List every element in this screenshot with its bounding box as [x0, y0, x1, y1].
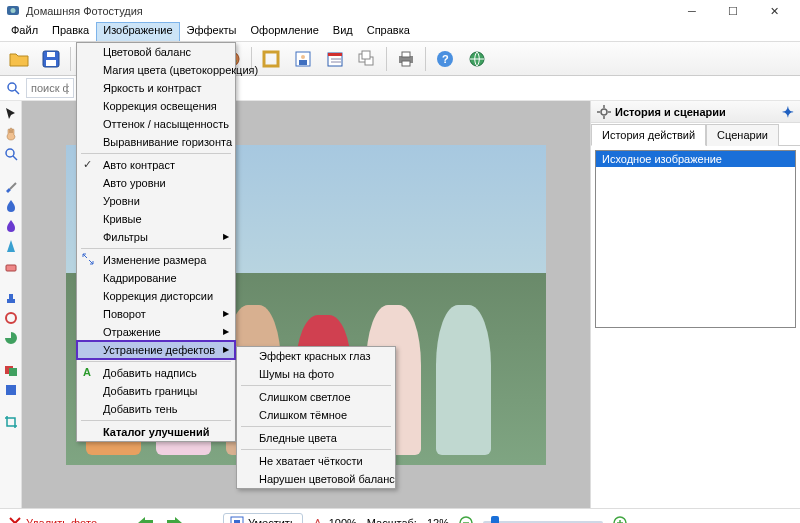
submenu-item[interactable]: Слишком светлое	[237, 388, 395, 406]
open-folder-button[interactable]	[4, 45, 34, 73]
menu-item[interactable]: Каталог улучшений	[77, 423, 235, 441]
menu-item[interactable]: Добавить надписьA	[77, 364, 235, 382]
menu-item[interactable]: Фильтры▶	[77, 228, 235, 246]
menu-item[interactable]: Устранение дефектов▶	[77, 341, 235, 359]
svg-point-30	[6, 149, 14, 157]
menu-item[interactable]: Магия цвета (цветокоррекция)	[77, 61, 235, 79]
menu-item[interactable]: Авто контраст✓	[77, 156, 235, 174]
svg-point-36	[6, 313, 16, 323]
save-button[interactable]	[36, 45, 66, 73]
submenu-item[interactable]: Бледные цвета	[237, 429, 395, 447]
print-button[interactable]	[391, 45, 421, 73]
tool-crop[interactable]	[4, 415, 18, 429]
collage-button[interactable]	[352, 45, 382, 73]
tool-pointer[interactable]	[4, 107, 18, 121]
menu-item[interactable]: Коррекция дисторсии	[77, 287, 235, 305]
tool-layers2[interactable]	[4, 383, 18, 397]
text-icon: A	[81, 365, 95, 379]
zoom-in-button[interactable]	[613, 516, 627, 524]
fit-label: Уместить	[248, 517, 296, 524]
menu-эффекты[interactable]: Эффекты	[180, 22, 244, 41]
submenu-arrow-icon: ▶	[223, 309, 229, 318]
menu-item[interactable]: Кривые	[77, 210, 235, 228]
delete-photo-label: Удалить фото	[26, 517, 97, 524]
passport-button[interactable]	[288, 45, 318, 73]
prev-button[interactable]	[135, 515, 155, 524]
tool-eraser[interactable]	[4, 259, 18, 273]
submenu-item[interactable]: Эффект красных глаз	[237, 347, 395, 365]
history-row[interactable]: Исходное изображение	[596, 151, 795, 167]
svg-point-40	[601, 109, 607, 115]
search-input[interactable]	[26, 78, 74, 98]
next-button[interactable]	[165, 515, 185, 524]
fit-button[interactable]: Уместить	[223, 513, 303, 524]
zoom-out-button[interactable]	[459, 516, 473, 524]
menu-item[interactable]: Кадрирование	[77, 269, 235, 287]
tool-sharpen[interactable]	[4, 239, 18, 253]
frame-button[interactable]	[256, 45, 286, 73]
menu-вид[interactable]: Вид	[326, 22, 360, 41]
svg-rect-35	[9, 294, 13, 299]
submenu-arrow-icon: ▶	[223, 232, 229, 241]
tab-1[interactable]: Сценарии	[706, 124, 779, 146]
delete-icon	[8, 516, 22, 524]
menu-item[interactable]: Уровни	[77, 192, 235, 210]
tool-circle[interactable]	[4, 311, 18, 325]
tool-brush[interactable]	[4, 179, 18, 193]
svg-rect-23	[402, 52, 410, 57]
maximize-button[interactable]: ☐	[713, 0, 753, 22]
tool-hand[interactable]	[4, 127, 18, 141]
submenu-item[interactable]: Нарушен цветовой баланс	[237, 470, 395, 488]
submenu-item[interactable]: Не хватает чёткости	[237, 452, 395, 470]
add-scenario-button[interactable]: ✦	[782, 104, 794, 120]
calendar-button[interactable]	[320, 45, 350, 73]
menu-item[interactable]: Цветовой баланс	[77, 43, 235, 61]
menu-item[interactable]: Добавить границы	[77, 382, 235, 400]
menu-item[interactable]: Коррекция освещения	[77, 97, 235, 115]
svg-rect-11	[264, 52, 278, 66]
svg-text:A: A	[314, 517, 322, 524]
tool-drop2[interactable]	[4, 219, 18, 233]
menu-item[interactable]: Оттенок / насыщенность	[77, 115, 235, 133]
svg-line-29	[15, 90, 19, 94]
tab-0[interactable]: История действий	[591, 124, 706, 146]
minimize-button[interactable]: ─	[672, 0, 712, 22]
menu-item[interactable]: Авто уровни	[77, 174, 235, 192]
tool-pie[interactable]	[4, 331, 18, 345]
svg-point-13	[301, 55, 305, 59]
resize-icon	[81, 252, 95, 266]
svg-rect-21	[362, 51, 370, 59]
menu-item[interactable]: Выравнивание горизонта	[77, 133, 235, 151]
menu-item[interactable]: Яркость и контраст	[77, 79, 235, 97]
delete-photo-button[interactable]: Удалить фото	[8, 516, 97, 524]
menu-item[interactable]: Поворот▶	[77, 305, 235, 323]
check-icon: ✓	[83, 158, 92, 171]
web-button[interactable]	[462, 45, 492, 73]
submenu-item[interactable]: Шумы на фото	[237, 365, 395, 383]
svg-rect-38	[9, 368, 17, 376]
tool-stamp[interactable]	[4, 291, 18, 305]
submenu-item[interactable]: Слишком тёмное	[237, 406, 395, 424]
menu-item[interactable]: Изменение размера	[77, 251, 235, 269]
menu-item[interactable]: Добавить тень	[77, 400, 235, 418]
zoom-a-label: 100%	[329, 517, 357, 524]
menu-оформление[interactable]: Оформление	[244, 22, 326, 41]
help-button[interactable]: ?	[430, 45, 460, 73]
scale-label: Масштаб:	[367, 517, 417, 524]
menu-item[interactable]: Отражение▶	[77, 323, 235, 341]
zoom-100-button[interactable]: A 100%	[313, 517, 357, 524]
menu-файл[interactable]: Файл	[4, 22, 45, 41]
svg-line-31	[13, 156, 17, 160]
submenu-arrow-icon: ▶	[223, 345, 229, 354]
tool-zoom[interactable]	[4, 147, 18, 161]
tool-layers[interactable]	[4, 363, 18, 377]
fit-icon	[230, 516, 244, 524]
search-icon	[0, 76, 26, 100]
svg-rect-4	[47, 52, 55, 57]
close-button[interactable]: ✕	[754, 0, 794, 22]
svg-point-28	[8, 83, 16, 91]
menu-правка[interactable]: Правка	[45, 22, 96, 41]
menu-справка[interactable]: Справка	[360, 22, 417, 41]
tool-drop[interactable]	[4, 199, 18, 213]
menu-изображение[interactable]: Изображение	[96, 22, 179, 41]
